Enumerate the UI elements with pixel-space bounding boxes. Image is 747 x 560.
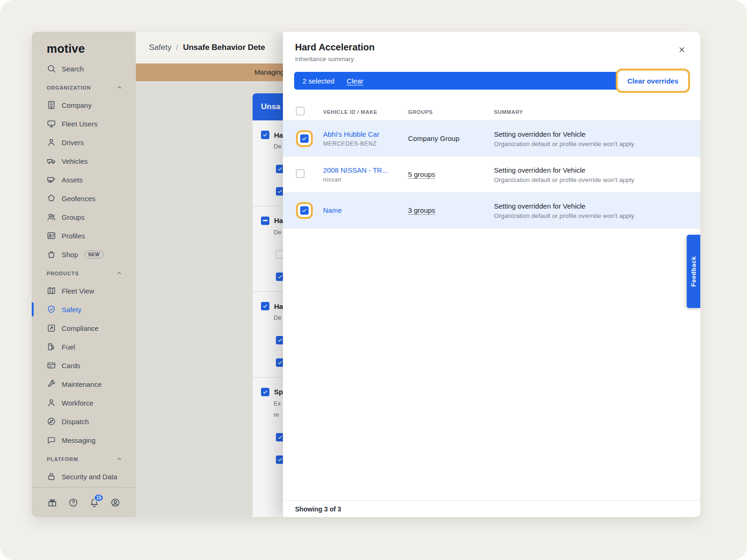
setting-label: Ha [274, 302, 283, 310]
compass-icon [47, 417, 56, 426]
vehicle-link[interactable]: Abhi's Hubble Car [323, 130, 379, 138]
highlight-annotation [296, 202, 313, 219]
sidebar-item-drivers[interactable]: Drivers [32, 133, 136, 152]
table-header: VEHICLE ID / MAKE GROUPS SUMMARY [283, 104, 700, 121]
geofence-icon [47, 194, 56, 203]
compliance-icon [47, 323, 56, 333]
sidebar-item-fleet-view[interactable]: Fleet View [32, 281, 136, 300]
section-products[interactable]: PRODUCTS [32, 266, 136, 281]
close-icon[interactable] [675, 43, 688, 56]
chevron-up-icon [116, 455, 123, 463]
selection-area: 2 selected Clear Clear overrides [294, 72, 688, 90]
feedback-label: Feedback [690, 256, 697, 287]
vehicle-link[interactable]: Name [323, 206, 342, 214]
sidebar-item-messaging[interactable]: Messaging [32, 431, 136, 449]
row-checkbox-unchecked[interactable] [296, 169, 304, 178]
modal-header: Hard Acceleration Inheritance summary [283, 32, 700, 63]
shield-icon [47, 305, 56, 314]
sidebar-item-dispatch[interactable]: Dispatch [32, 412, 136, 431]
sidebar-item-label: Dispatch [62, 418, 89, 426]
column-header: GROUPS [408, 109, 494, 115]
sidebar-item-vehicles[interactable]: Vehicles [32, 152, 136, 170]
summary-title: Setting overridden for Vehicle [494, 130, 688, 138]
groups-value[interactable]: 3 groups [408, 206, 435, 214]
row-checkbox-checked[interactable] [300, 206, 309, 215]
chevron-up-icon [116, 84, 123, 92]
sidebar-item-label: Fleet View [62, 287, 94, 295]
sidebar-item-label: Safety [62, 306, 82, 314]
select-all-checkbox[interactable] [296, 107, 304, 115]
sidebar-item-fleet-users[interactable]: Fleet Users [32, 114, 136, 133]
map-icon [47, 286, 56, 295]
sidebar-item-security-and-data[interactable]: Security and Data [32, 467, 136, 486]
groups-value[interactable]: 5 groups [408, 170, 435, 178]
chevron-up-icon [116, 270, 123, 278]
clear-overrides-button[interactable]: Clear overrides [619, 72, 687, 90]
summary-title: Setting overridden for Vehicle [494, 166, 688, 174]
sidebar: motive Search ORGANIZATION Company Fleet… [32, 32, 136, 517]
sidebar-item-company[interactable]: Company [32, 96, 136, 114]
sidebar-item-label: Security and Data [62, 473, 117, 481]
setting-checkbox-checked[interactable] [261, 388, 269, 396]
chat-icon [47, 435, 56, 445]
motive-logo: motive [32, 32, 136, 59]
credit-card-icon [47, 361, 56, 370]
notifications-bell-icon[interactable]: 15 [89, 497, 99, 508]
fuel-pump-icon [47, 342, 56, 351]
clear-selection-link[interactable]: Clear [346, 77, 363, 85]
table-row[interactable]: Abhi's Hubble Car MERCEDES-BENZ Company … [283, 121, 700, 157]
row-checkbox-checked[interactable] [300, 134, 309, 143]
section-label: ORGANIZATION [47, 85, 91, 91]
sidebar-item-workforce[interactable]: Workforce [32, 393, 136, 412]
section-platform[interactable]: PLATFORM [32, 451, 136, 467]
setting-checkbox-checked[interactable] [261, 302, 269, 310]
sidebar-item-safety[interactable]: Safety [32, 300, 136, 319]
banner-text: Managing [254, 69, 284, 76]
summary-detail: Organization default or profile override… [494, 212, 688, 219]
breadcrumb-separator: / [176, 43, 178, 52]
sidebar-item-label: Compliance [62, 324, 99, 332]
sidebar-item-geofences[interactable]: Geofences [32, 189, 136, 208]
section-label: PLATFORM [47, 456, 78, 462]
sidebar-item-label: Workforce [62, 399, 93, 407]
sidebar-item-cards[interactable]: Cards [32, 356, 136, 375]
sidebar-item-label: Cards [62, 362, 80, 370]
modal-spacer [283, 229, 700, 500]
section-organization[interactable]: ORGANIZATION [32, 80, 136, 96]
sidebar-item-label: Search [62, 65, 84, 73]
sidebar-footer: 15 [32, 487, 136, 517]
sidebar-item-compliance[interactable]: Compliance [32, 319, 136, 337]
setting-checkbox-indeterminate[interactable] [261, 217, 269, 225]
modal-footer: Showing 3 of 3 [283, 500, 700, 517]
feedback-tab[interactable]: Feedback [687, 235, 700, 308]
sidebar-item-fuel[interactable]: Fuel [32, 337, 136, 356]
setting-checkbox-checked[interactable] [261, 131, 269, 139]
selected-count: 2 selected [303, 77, 334, 85]
table-row[interactable]: Name 3 groups Setting overridden for Veh… [283, 193, 700, 229]
person-icon [47, 398, 56, 407]
wrench-icon [47, 379, 56, 389]
breadcrumb-safety[interactable]: Safety [149, 43, 171, 52]
sidebar-item-search[interactable]: Search [32, 59, 136, 78]
highlight-annotation [296, 130, 313, 147]
showing-count: Showing 3 of 3 [295, 505, 341, 513]
company-icon [47, 100, 56, 110]
referral-icon[interactable] [47, 497, 57, 508]
table-row[interactable]: 2008 NISSAN - TR... nissan 5 groups Sett… [283, 157, 700, 193]
sidebar-item-assets[interactable]: Assets [32, 170, 136, 189]
hard-acceleration-modal: Hard Acceleration Inheritance summary 2 … [283, 32, 700, 517]
sidebar-item-label: Geofences [62, 195, 96, 203]
vehicle-link[interactable]: 2008 NISSAN - TR... [323, 166, 388, 174]
account-icon[interactable] [110, 497, 120, 508]
column-header: VEHICLE ID / MAKE [323, 109, 408, 115]
sidebar-item-maintenance[interactable]: Maintenance [32, 375, 136, 393]
sidebar-item-groups[interactable]: Groups [32, 208, 136, 226]
help-icon[interactable] [68, 497, 78, 508]
truck-icon [47, 156, 56, 166]
setting-label: Ha [274, 131, 283, 139]
setting-label: Ha [274, 217, 283, 224]
sidebar-item-shop[interactable]: Shop NEW [32, 245, 136, 264]
sidebar-item-label: Maintenance [62, 380, 102, 388]
sidebar-item-profiles[interactable]: Profiles [32, 226, 136, 245]
sidebar-item-label: Fleet Users [62, 120, 98, 128]
